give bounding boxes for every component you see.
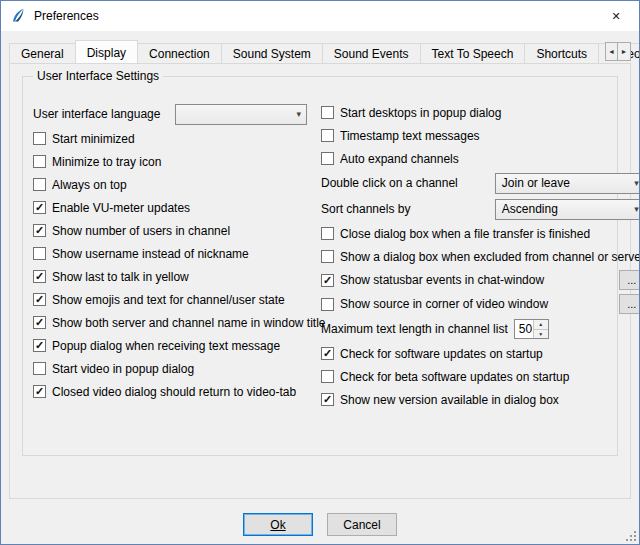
checkbox-desktops-popup[interactable]: ✓ Start desktops in popup dialog bbox=[321, 101, 640, 124]
resize-grip[interactable] bbox=[626, 531, 637, 542]
checkbox[interactable]: ✓ bbox=[321, 298, 334, 311]
checkbox-label: Show a dialog box when excluded from cha… bbox=[340, 250, 640, 264]
checkbox[interactable]: ✓ bbox=[321, 393, 334, 406]
checkbox-check-beta-updates[interactable]: ✓ Check for beta software updates on sta… bbox=[321, 365, 640, 388]
checkbox[interactable]: ✓ bbox=[321, 347, 334, 360]
checkbox-video-popup-dialog[interactable]: ✓ Start video in popup dialog bbox=[33, 357, 309, 380]
checkbox-start-minimized[interactable]: ✓ Start minimized bbox=[33, 127, 309, 150]
chevron-down-icon: ▾ bbox=[634, 204, 639, 214]
double-click-label: Double click on a channel bbox=[321, 176, 458, 190]
checkbox[interactable]: ✓ bbox=[33, 270, 46, 283]
tab-scrollers: ◄ ► bbox=[605, 42, 631, 61]
checkbox-label: Show last to talk in yellow bbox=[52, 270, 189, 284]
tab-sound-system[interactable]: Sound System bbox=[221, 43, 323, 63]
max-text-length-spinner[interactable]: 50 ▲ ▼ bbox=[514, 319, 549, 339]
sort-channels-select[interactable]: Ascending ▾ bbox=[495, 199, 640, 220]
checkbox-always-on-top[interactable]: ✓ Always on top bbox=[33, 173, 309, 196]
ok-button[interactable]: Ok bbox=[243, 513, 313, 536]
app-icon bbox=[10, 8, 26, 24]
checkbox-label: Check for software updates on startup bbox=[340, 347, 543, 361]
checkbox[interactable]: ✓ bbox=[33, 339, 46, 352]
checkbox-dialog-when-excluded[interactable]: ✓ Show a dialog box when excluded from c… bbox=[321, 245, 640, 268]
checkbox-popup-text-message[interactable]: ✓ Popup dialog when receiving text messa… bbox=[33, 334, 309, 357]
language-select[interactable]: ▾ bbox=[175, 104, 307, 125]
checkbox-video-source-corner[interactable]: ✓ Show source in corner of video window bbox=[321, 297, 548, 311]
checkbox-label: Closed video dialog should return to vid… bbox=[52, 385, 296, 399]
ok-button-label: Ok bbox=[270, 518, 285, 532]
checkbox[interactable]: ✓ bbox=[33, 201, 46, 214]
checkbox-emojis-and-text[interactable]: ✓ Show emojis and text for channel/user … bbox=[33, 288, 309, 311]
check-icon: ✓ bbox=[35, 271, 44, 282]
checkbox[interactable]: ✓ bbox=[33, 293, 46, 306]
max-text-length-row: Maximum text length in channel list 50 ▲… bbox=[321, 316, 640, 342]
tab-sound-events[interactable]: Sound Events bbox=[322, 43, 421, 63]
checkbox-show-user-count[interactable]: ✓ Show number of users in channel bbox=[33, 219, 309, 242]
checkbox-label: Start minimized bbox=[52, 132, 135, 146]
video-source-options-button[interactable]: ... bbox=[619, 294, 640, 314]
checkbox[interactable]: ✓ bbox=[33, 247, 46, 260]
checkbox[interactable]: ✓ bbox=[321, 106, 334, 119]
checkbox-statusbar-events[interactable]: ✓ Show statusbar events in chat-window bbox=[321, 273, 544, 287]
tab-scroll-left-icon[interactable]: ◄ bbox=[605, 42, 618, 61]
window-title: Preferences bbox=[34, 9, 99, 23]
preferences-dialog: Preferences ✕ General Display Connection… bbox=[0, 0, 640, 545]
checkbox-check-updates[interactable]: ✓ Check for software updates on startup bbox=[321, 342, 640, 365]
checkbox-close-on-file-transfer[interactable]: ✓ Close dialog box when a file transfer … bbox=[321, 222, 640, 245]
checkbox[interactable]: ✓ bbox=[33, 155, 46, 168]
checkbox-minimize-to-tray[interactable]: ✓ Minimize to tray icon bbox=[33, 150, 309, 173]
cancel-button[interactable]: Cancel bbox=[327, 513, 397, 536]
tab-bar: General Display Connection Sound System … bbox=[1, 40, 639, 63]
checkbox[interactable]: ✓ bbox=[321, 227, 334, 240]
sort-channels-label: Sort channels by bbox=[321, 202, 410, 216]
check-icon: ✓ bbox=[323, 348, 332, 359]
checkbox[interactable]: ✓ bbox=[321, 129, 334, 142]
tab-general[interactable]: General bbox=[9, 43, 76, 63]
check-icon: ✓ bbox=[35, 317, 44, 328]
combo-value: Join or leave bbox=[502, 176, 570, 190]
check-icon: ✓ bbox=[323, 394, 332, 405]
video-source-row: ✓ Show source in corner of video window … bbox=[321, 292, 640, 316]
checkbox[interactable]: ✓ bbox=[321, 152, 334, 165]
checkbox-label: Show new version available in dialog box bbox=[340, 393, 559, 407]
titlebar: Preferences ✕ bbox=[1, 1, 639, 31]
check-icon: ✓ bbox=[35, 202, 44, 213]
checkbox[interactable]: ✓ bbox=[33, 362, 46, 375]
checkbox-last-to-talk-yellow[interactable]: ✓ Show last to talk in yellow bbox=[33, 265, 309, 288]
double-click-select[interactable]: Join or leave ▾ bbox=[495, 173, 640, 194]
right-column: ✓ Start desktops in popup dialog ✓ Times… bbox=[321, 101, 640, 411]
checkbox-vu-meter-updates[interactable]: ✓ Enable VU-meter updates bbox=[33, 196, 309, 219]
cancel-button-label: Cancel bbox=[343, 518, 380, 532]
checkbox-username-instead-nickname[interactable]: ✓ Show username instead of nickname bbox=[33, 242, 309, 265]
check-icon: ✓ bbox=[35, 386, 44, 397]
checkbox-new-version-dialog[interactable]: ✓ Show new version available in dialog b… bbox=[321, 388, 640, 411]
checkbox[interactable]: ✓ bbox=[321, 274, 334, 287]
checkbox-timestamp-messages[interactable]: ✓ Timestamp text messages bbox=[321, 124, 640, 147]
checkbox[interactable]: ✓ bbox=[33, 316, 46, 329]
checkbox-label: Start desktops in popup dialog bbox=[340, 106, 501, 120]
checkbox-server-channel-window-title[interactable]: ✓ Show both server and channel name in w… bbox=[33, 311, 309, 334]
checkbox[interactable]: ✓ bbox=[33, 132, 46, 145]
checkbox[interactable]: ✓ bbox=[33, 224, 46, 237]
close-button[interactable]: ✕ bbox=[593, 1, 639, 31]
statusbar-events-options-button[interactable]: ... bbox=[619, 270, 640, 290]
language-row: User interface language ▾ bbox=[33, 101, 309, 127]
tab-display[interactable]: Display bbox=[75, 40, 138, 63]
checkbox[interactable]: ✓ bbox=[321, 250, 334, 263]
checkbox-closed-video-return-tab[interactable]: ✓ Closed video dialog should return to v… bbox=[33, 380, 309, 403]
tab-shortcuts[interactable]: Shortcuts bbox=[524, 43, 599, 63]
tab-pane: User Interface Settings User interface l… bbox=[9, 63, 631, 499]
statusbar-events-row: ✓ Show statusbar events in chat-window .… bbox=[321, 268, 640, 292]
tab-text-to-speech[interactable]: Text To Speech bbox=[420, 43, 526, 63]
language-label: User interface language bbox=[33, 107, 175, 121]
checkbox-label: Check for beta software updates on start… bbox=[340, 370, 569, 384]
checkbox[interactable]: ✓ bbox=[33, 178, 46, 191]
checkbox-auto-expand-channels[interactable]: ✓ Auto expand channels bbox=[321, 147, 640, 170]
tab-scroll-right-icon[interactable]: ► bbox=[618, 42, 631, 61]
checkbox[interactable]: ✓ bbox=[33, 385, 46, 398]
tab-connection[interactable]: Connection bbox=[137, 43, 222, 63]
spinner-value: 50 bbox=[515, 320, 533, 338]
checkbox[interactable]: ✓ bbox=[321, 370, 334, 383]
checkbox-label: Minimize to tray icon bbox=[52, 155, 161, 169]
spin-down-icon[interactable]: ▼ bbox=[534, 329, 548, 339]
spin-up-icon[interactable]: ▲ bbox=[534, 320, 548, 329]
